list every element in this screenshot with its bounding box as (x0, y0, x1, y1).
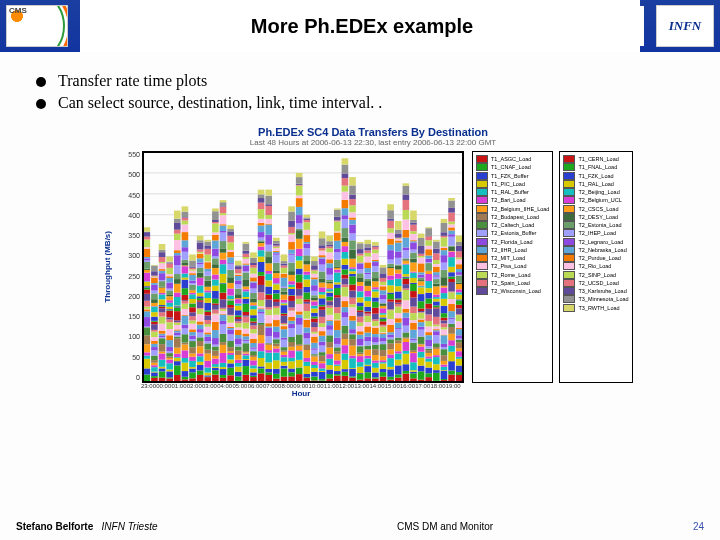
slide-body: Transfer rate time plots Can select sour… (0, 52, 720, 398)
chart-subtitle: Last 48 Hours at 2006-06-13 22:30, last … (103, 138, 643, 147)
x-axis-label: Hour (141, 389, 461, 398)
legend-item: T2_SINP_Load (563, 271, 628, 279)
bullet-item: Can select source, destination, link, ti… (58, 94, 688, 112)
legend-item: T2_Belgium_UCL (563, 196, 628, 204)
legend-item: T2_Caltech_Load (476, 221, 549, 229)
legend-item: T2_Budapest_Load (476, 213, 549, 221)
legend-item: T1_RAL_Buffer (476, 188, 549, 196)
y-axis: 550500450400350300250200150100500 (114, 151, 142, 381)
stacked-bar-chart (142, 151, 464, 383)
legend-item: T2_Wisconsin_Load (476, 287, 549, 295)
legend-item: T2_Belgium_IIHE_Load (476, 205, 549, 213)
legend-item: T2_Rome_Load (476, 271, 549, 279)
chart-title: Ph.EDEx SC4 Data Transfers By Destinatio… (103, 126, 643, 138)
legend-item: T2_MIT_Load (476, 254, 549, 262)
legend-item: T2_UCSD_Load (563, 279, 628, 287)
chart-legend: T1_ASGC_LoadT1_CNAF_LoadT1_FZK_BufferT1_… (472, 151, 633, 383)
legend-item: T1_CNAF_Load (476, 163, 549, 171)
legend-item: T3_RWTH_Load (563, 304, 628, 312)
chart-container: Ph.EDEx SC4 Data Transfers By Destinatio… (103, 126, 643, 398)
legend-item: T2_Beijing_Load (563, 188, 628, 196)
cms-logo: CMS (6, 5, 68, 47)
legend-item: T1_PIC_Load (476, 180, 549, 188)
legend-item: T2_Estonia_Buffer (476, 229, 549, 237)
legend-item: T3_Karlsruhe_Load (563, 287, 628, 295)
page-number: 24 (664, 521, 704, 532)
legend-item: T2_DESY_Load (563, 213, 628, 221)
slide-title: More Ph.EDEx example (80, 6, 644, 46)
legend-item: T2_Spain_Load (476, 279, 549, 287)
legend-item: T2_Nebraska_Load (563, 246, 628, 254)
title-bar: CMS More Ph.EDEx example INFN (0, 0, 720, 52)
footer-affiliation: INFN Trieste (102, 521, 158, 532)
legend-item: T2_Legnaro_Load (563, 238, 628, 246)
legend-item: T2_Rio_Load (563, 262, 628, 270)
infn-logo: INFN (656, 5, 714, 47)
legend-item: T1_FZK_Load (563, 172, 628, 180)
footer-center: CMS DM and Monitor (196, 521, 664, 532)
legend-item: T1_ASGC_Load (476, 155, 549, 163)
footer: Stefano Belforte INFN Trieste CMS DM and… (0, 521, 720, 532)
footer-author: Stefano Belforte (16, 521, 93, 532)
legend-item: T1_CERN_Load (563, 155, 628, 163)
legend-item: T2_Pisa_Load (476, 262, 549, 270)
legend-item: T2_IHEP_Load (563, 229, 628, 237)
legend-item: T1_RAL_Load (563, 180, 628, 188)
y-axis-label: Throughput (MB/s) (103, 231, 112, 303)
legend-item: T3_Minnesota_Load (563, 295, 628, 303)
legend-item: T2_Purdue_Load (563, 254, 628, 262)
legend-item: T1_FZK_Buffer (476, 172, 549, 180)
bullet-item: Transfer rate time plots (58, 72, 688, 90)
legend-item: T2_IIHR_Load (476, 246, 549, 254)
legend-item: T2_Bari_Load (476, 196, 549, 204)
legend-item: T1_FNAL_Load (563, 163, 628, 171)
legend-item: T2_Estonia_Load (563, 221, 628, 229)
legend-item: T2_CSCS_Load (563, 205, 628, 213)
legend-item: T2_Florida_Load (476, 238, 549, 246)
